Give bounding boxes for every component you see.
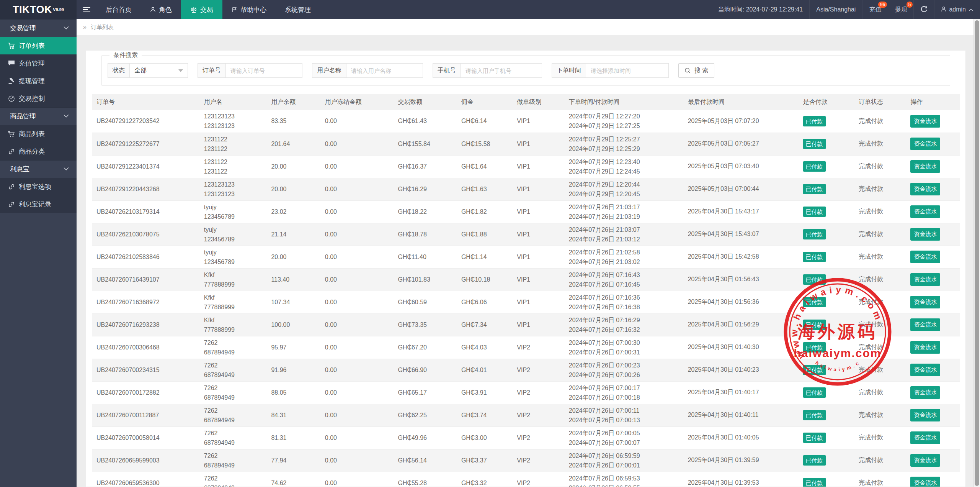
fund-flow-button[interactable]: 资金流水 [910, 364, 940, 376]
cell-actions: 资金流水 [906, 155, 960, 178]
sidebar-group-label: 利息宝 [10, 166, 29, 173]
fund-flow-button[interactable]: 资金流水 [910, 318, 940, 331]
pay-time: 2024年07月29日 12:24:45 [569, 167, 679, 176]
table-row: UB2407291220443268 123123123 123123123 2… [92, 178, 960, 200]
sidebar-item-trade-control[interactable]: 交易控制 [0, 90, 77, 107]
order-time-input[interactable] [586, 63, 669, 78]
cell-amount: GH₵49.96 [393, 426, 457, 449]
fund-flow-button[interactable]: 资金流水 [910, 296, 940, 308]
menu-toggle-icon[interactable] [77, 0, 96, 19]
link-icon [8, 148, 15, 155]
fund-flow-button[interactable]: 资金流水 [910, 205, 940, 218]
sidebar-group-interest[interactable]: 利息宝 [0, 160, 77, 178]
pay-time: 2024年07月26日 21:03:02 [569, 257, 679, 267]
sidebar-item-recharge[interactable]: 充值管理 [0, 54, 77, 72]
refresh-button[interactable] [913, 0, 934, 19]
search-button[interactable]: 搜 索 [678, 63, 714, 78]
sidebar-item-withdraw[interactable]: 提现管理 [0, 72, 77, 90]
sidebar-item-order-list[interactable]: 订单列表 [0, 37, 77, 54]
fund-flow-button[interactable]: 资金流水 [910, 454, 940, 467]
fund-flow-button[interactable]: 资金流水 [910, 138, 940, 150]
sidebar-item-goods-category[interactable]: 商品分类 [0, 143, 77, 160]
order-time: 2024年07月26日 06:59:53 [569, 474, 679, 483]
paid-badge: 已付款 [803, 387, 826, 398]
recharge-link[interactable]: 充值 96 [862, 0, 888, 19]
cell-order-no: UB2407260716439107 [92, 268, 199, 291]
order-time: 2024年07月26日 07:00:23 [569, 361, 679, 370]
withdraw-link[interactable]: 提现 5 [888, 0, 913, 19]
fund-flow-button[interactable]: 资金流水 [910, 183, 940, 195]
nav-item-help[interactable]: 帮助中心 [222, 0, 276, 19]
status-select[interactable]: 全部 [130, 63, 188, 78]
nav-item-system[interactable]: 系统管理 [276, 0, 320, 19]
cell-order-pay-time: 2024年07月29日 12:23:40 2024年07月29日 12:24:4… [564, 155, 683, 178]
gauge-icon [8, 95, 15, 102]
paid-badge: 已付款 [803, 207, 826, 217]
cell-commission: GH₵3.91 [457, 381, 512, 404]
cell-frozen: 0.00 [320, 223, 394, 246]
timezone: Asia/Shanghai [809, 0, 862, 19]
order-time: 2024年07月29日 12:23:40 [569, 157, 679, 167]
sidebar-item-label: 订单列表 [19, 41, 45, 50]
order-no-input[interactable] [226, 63, 302, 78]
status-filter: 状态 全部 [108, 63, 188, 78]
order-time: 2024年07月26日 21:03:17 [569, 202, 679, 212]
paid-badge: 已付款 [803, 139, 826, 149]
paid-badge: 已付款 [803, 342, 826, 353]
fund-flow-button[interactable]: 资金流水 [910, 409, 940, 421]
cell-last-pay-time: 2025年04月30日 01:40:05 [683, 426, 799, 449]
nav-item-trade[interactable]: 交易 [181, 0, 222, 19]
fund-flow-button[interactable]: 资金流水 [910, 477, 940, 487]
sidebar-item-interest-options[interactable]: 利息宝选项 [0, 178, 77, 195]
user-account: 687894949 [204, 415, 262, 425]
phone-input[interactable] [461, 63, 542, 78]
table-row: UB2407262103179314 tyujy 123456789 23.02… [92, 200, 960, 223]
fund-flow-button[interactable]: 资金流水 [910, 251, 940, 263]
user-menu[interactable]: admin [934, 0, 980, 19]
user-name: 7262 [204, 428, 262, 438]
order-time-filter: 下单时间 [552, 63, 669, 78]
cell-actions: 资金流水 [906, 472, 960, 487]
cell-frozen: 0.00 [320, 404, 394, 426]
nav-item-roles[interactable]: 角色 [141, 0, 181, 19]
sidebar-item-interest-records[interactable]: 利息宝记录 [0, 195, 77, 213]
user-account: 687894949 [204, 483, 262, 487]
user-name: Kfkf [204, 315, 262, 325]
cell-order-no: UB2407260716293238 [92, 313, 199, 336]
sidebar-item-goods-list[interactable]: 商品列表 [0, 125, 77, 143]
fund-flow-button[interactable]: 资金流水 [910, 115, 940, 128]
sidebar-group-label: 商品管理 [10, 113, 36, 120]
paid-badge: 已付款 [803, 433, 826, 443]
username-input[interactable] [346, 63, 423, 78]
user-account: 777888999 [204, 280, 262, 289]
fund-flow-button[interactable]: 资金流水 [910, 160, 940, 173]
cell-order-pay-time: 2024年07月29日 12:20:44 2024年07月29日 12:20:4… [564, 178, 683, 200]
cell-frozen: 0.00 [320, 313, 394, 336]
fund-flow-button[interactable]: 资金流水 [910, 341, 940, 354]
local-time: 当地时间: 2024-07-29 12:29:41 [712, 0, 809, 19]
vertical-scrollbar [973, 19, 980, 487]
cell-order-status: 完成付款 [854, 381, 906, 404]
cell-order-status: 完成付款 [854, 313, 906, 336]
cell-actions: 资金流水 [906, 404, 960, 426]
cell-username: tyujy 123456789 [199, 200, 267, 223]
username-label: 用户名称 [312, 63, 346, 78]
sidebar-group-trade[interactable]: 交易管理 [0, 19, 77, 37]
fund-flow-button[interactable]: 资金流水 [910, 431, 940, 444]
fund-flow-button[interactable]: 资金流水 [910, 273, 940, 286]
cell-last-pay-time: 2025年05月03日 07:03:40 [683, 155, 799, 178]
fund-flow-button[interactable]: 资金流水 [910, 228, 940, 241]
table-row: UB2407260700112887 7262 687894949 84.31 … [92, 404, 960, 426]
status-select-value: 全部 [134, 67, 147, 75]
sidebar-item-label: 商品分类 [19, 147, 45, 156]
paid-badge: 已付款 [803, 410, 826, 420]
pay-time: 2024年07月26日 07:16:32 [569, 325, 679, 335]
scrollbar-thumb[interactable] [975, 20, 979, 486]
sidebar-group-goods[interactable]: 商品管理 [0, 107, 77, 125]
sidebar-item-label: 利息宝选项 [19, 182, 51, 191]
cell-last-pay-time: 2025年05月03日 07:05:27 [683, 133, 799, 155]
fund-flow-button[interactable]: 资金流水 [910, 386, 940, 399]
pay-time: 2024年07月26日 07:00:26 [569, 370, 679, 380]
nav-item-home[interactable]: 后台首页 [96, 0, 141, 19]
search-button-label: 搜 索 [694, 67, 708, 75]
